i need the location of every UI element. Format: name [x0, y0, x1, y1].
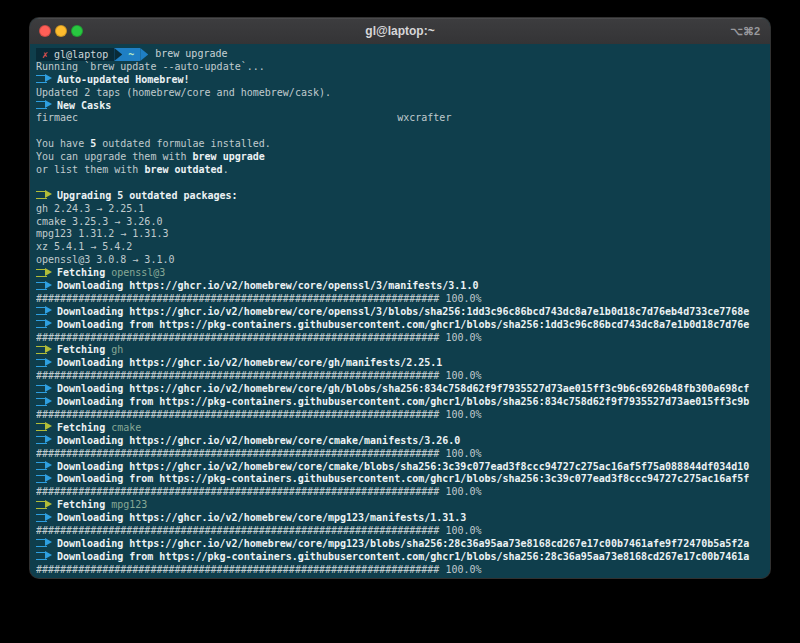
- text-segment: Downloading from https://pkg-containers.…: [57, 319, 749, 330]
- text-segment: Downloading https://ghcr.io/v2/homebrew/…: [57, 280, 478, 291]
- text-segment: You have: [36, 138, 90, 149]
- terminal-line: ########################################…: [36, 293, 764, 306]
- terminal-line: Downloading https://ghcr.io/v2/homebrew/…: [36, 461, 764, 474]
- text-segment: Downloading https://ghcr.io/v2/homebrew/…: [57, 383, 749, 394]
- text-segment: cmake: [111, 422, 141, 433]
- ohai-arrow-icon: [36, 397, 52, 406]
- terminal-line: You have 5 outdated formulae installed.: [36, 138, 764, 151]
- text-segment: Downloading https://ghcr.io/v2/homebrew/…: [57, 461, 749, 472]
- terminal-line: Auto-updated Homebrew!: [36, 74, 764, 87]
- terminal-line: cmake 3.25.3 → 3.26.0: [36, 216, 764, 229]
- titlebar[interactable]: gl@laptop:~ ⌥⌘2: [30, 18, 770, 44]
- terminal-line: or list them with brew outdated.: [36, 164, 764, 177]
- ohai-arrow-icon: [36, 551, 52, 560]
- text-segment: outdated formulae installed.: [96, 138, 271, 149]
- text-segment: Downloading https://ghcr.io/v2/homebrew/…: [57, 357, 442, 368]
- text-segment: xz 5.4.1 → 5.4.2: [36, 241, 132, 252]
- powerline-separator-icon: [140, 48, 148, 61]
- text-segment: Downloading from https://pkg-containers.…: [57, 551, 749, 562]
- terminal-line: Downloading https://ghcr.io/v2/homebrew/…: [36, 357, 764, 370]
- text-segment: firmaec wxcrafter: [36, 112, 451, 123]
- text-segment: gh 2.24.3 → 2.25.1: [36, 203, 144, 214]
- text-segment: Downloading from https://pkg-containers.…: [57, 473, 749, 484]
- powerline-separator-icon: [114, 48, 122, 61]
- text-segment: ########################################…: [36, 370, 482, 381]
- prompt-user-segment: ✗gl@laptop: [36, 48, 114, 61]
- ohai-arrow-icon: [36, 513, 52, 522]
- terminal-line: mpg123 1.31.2 → 1.31.3: [36, 228, 764, 241]
- terminal-line: Downloading https://ghcr.io/v2/homebrew/…: [36, 280, 764, 293]
- prompt-user: gl@laptop: [54, 49, 108, 60]
- terminal-line: ########################################…: [36, 486, 764, 499]
- text-segment: New Casks: [57, 100, 111, 111]
- text-segment: brew outdated: [144, 164, 222, 175]
- ohai-arrow-icon: [36, 100, 52, 109]
- ohai-arrow-icon: [36, 358, 52, 367]
- terminal-line: Fetching mpg123: [36, 499, 764, 512]
- text-segment: Fetching: [57, 344, 111, 355]
- text-segment: ########################################…: [36, 448, 482, 459]
- text-segment: Upgrading 5 outdated packages:: [57, 190, 238, 201]
- terminal-line: gh 2.24.3 → 2.25.1: [36, 203, 764, 216]
- terminal-line: ########################################…: [36, 370, 764, 383]
- text-segment: mpg123: [111, 499, 147, 510]
- terminal-line: xz 5.4.1 → 5.4.2: [36, 241, 764, 254]
- text-segment: cmake 3.25.3 → 3.26.0: [36, 216, 162, 227]
- terminal-line: firmaec wxcrafter: [36, 112, 764, 125]
- terminal-line: ########################################…: [36, 564, 764, 577]
- terminal-line: Running `brew update --auto-update`...: [36, 61, 764, 74]
- fetch-arrow-icon: [36, 190, 52, 199]
- terminal-line: ########################################…: [36, 409, 764, 422]
- ohai-arrow-icon: [36, 281, 52, 290]
- prompt-command: brew upgrade: [155, 48, 227, 59]
- terminal-line: Fetching cmake: [36, 422, 764, 435]
- terminal-line: Updated 2 taps (homebrew/core and homebr…: [36, 87, 764, 100]
- ohai-arrow-icon: [36, 306, 52, 315]
- text-segment: or list them with: [36, 164, 144, 175]
- text-segment: brew upgrade: [193, 151, 265, 162]
- fetch-arrow-icon: [36, 500, 52, 509]
- terminal-line: Fetching gh: [36, 344, 764, 357]
- text-segment: ########################################…: [36, 525, 482, 536]
- ohai-arrow-icon: [36, 319, 52, 328]
- exit-status-icon: ✗: [42, 49, 48, 60]
- fetch-arrow-icon: [36, 345, 52, 354]
- text-segment: Downloading https://ghcr.io/v2/homebrew/…: [57, 538, 749, 549]
- terminal-line: Downloading https://ghcr.io/v2/homebrew/…: [36, 383, 764, 396]
- terminal-line: Downloading https://ghcr.io/v2/homebrew/…: [36, 306, 764, 319]
- text-segment: Downloading https://ghcr.io/v2/homebrew/…: [57, 306, 749, 317]
- prompt-dir-segment: ~: [122, 48, 140, 61]
- text-segment: Auto-updated Homebrew!: [57, 74, 189, 85]
- terminal-line: Downloading from https://pkg-containers.…: [36, 551, 764, 564]
- terminal-output[interactable]: ✗gl@laptop~brew upgrade Running `brew up…: [30, 44, 770, 578]
- text-segment: ########################################…: [36, 332, 482, 343]
- terminal-line: [36, 125, 764, 138]
- shell-prompt: ✗gl@laptop~brew upgrade: [36, 48, 764, 61]
- terminal-line: openssl@3 3.0.8 → 3.1.0: [36, 254, 764, 267]
- text-segment: ########################################…: [36, 293, 482, 304]
- terminal-line: Downloading https://ghcr.io/v2/homebrew/…: [36, 538, 764, 551]
- terminal-line: New Casks: [36, 100, 764, 113]
- text-segment: ########################################…: [36, 564, 482, 575]
- terminal-line: Downloading from https://pkg-containers.…: [36, 319, 764, 332]
- ohai-arrow-icon: [36, 435, 52, 444]
- terminal-line: Downloading https://ghcr.io/v2/homebrew/…: [36, 512, 764, 525]
- text-segment: .: [223, 164, 229, 175]
- text-segment: openssl@3 3.0.8 → 3.1.0: [36, 254, 174, 265]
- fetch-arrow-icon: [36, 268, 52, 277]
- ohai-arrow-icon: [36, 538, 52, 547]
- text-segment: Downloading https://ghcr.io/v2/homebrew/…: [57, 435, 460, 446]
- text-segment: openssl@3: [111, 267, 165, 278]
- text-segment: Fetching: [57, 499, 111, 510]
- text-segment: Downloading from https://pkg-containers.…: [57, 396, 749, 407]
- text-segment: You can upgrade them with: [36, 151, 193, 162]
- text-segment: Fetching: [57, 422, 111, 433]
- terminal-line: ########################################…: [36, 448, 764, 461]
- terminal-line: You can upgrade them with brew upgrade: [36, 151, 764, 164]
- terminal-line: Downloading https://ghcr.io/v2/homebrew/…: [36, 435, 764, 448]
- window-title: gl@laptop:~: [30, 18, 770, 44]
- terminal-line: [36, 177, 764, 190]
- text-segment: mpg123 1.31.2 → 1.31.3: [36, 228, 168, 239]
- terminal-line: Fetching openssl@3: [36, 267, 764, 280]
- terminal-line: Downloading from https://pkg-containers.…: [36, 396, 764, 409]
